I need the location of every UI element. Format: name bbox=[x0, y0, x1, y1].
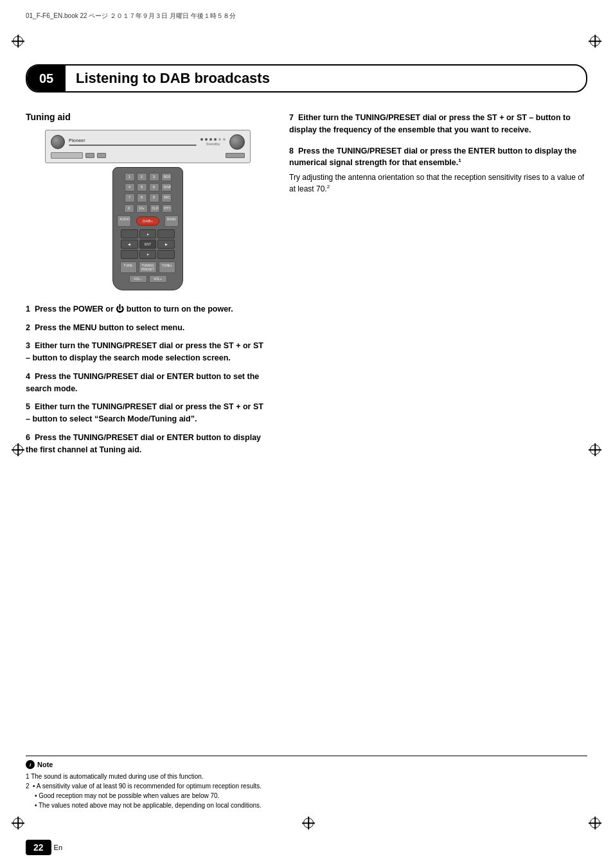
reg-mark-tr bbox=[589, 35, 601, 48]
remote-wrapper: 1 2 3 RDS 4 5 6 DISP bbox=[45, 167, 251, 290]
remote-btn-band: BAND bbox=[164, 215, 179, 227]
meta-text: 01_F-F6_EN.book 22 ページ ２０１７年９月３日 月曜日 午後１… bbox=[26, 12, 236, 21]
remote-nav-right bbox=[157, 240, 175, 249]
step-1: 1 Press the POWER or ⏻ button to turn on… bbox=[26, 303, 270, 315]
right-column: 7 Either turn the TUNING/PRESET dial or … bbox=[289, 112, 587, 462]
remote-btn-rds: RDS bbox=[161, 173, 172, 181]
note-icon: i bbox=[26, 760, 35, 769]
reg-mark-bml bbox=[302, 817, 315, 829]
page-container: 01_F-F6_EN.book 22 ページ ２０１７年９月３日 月曜日 午後１… bbox=[0, 6, 613, 868]
remote-nav-left bbox=[121, 240, 138, 249]
remote-btn-tune-plus: TUNE+ bbox=[159, 261, 175, 273]
panel-dots bbox=[200, 138, 226, 141]
meta-bar: 01_F-F6_EN.book 22 ページ ２０１７年９月３日 月曜日 午後１… bbox=[0, 6, 613, 26]
remote-nav-down bbox=[139, 250, 157, 259]
remote-btn-4: 4 bbox=[125, 183, 135, 191]
remote-nav-up-left bbox=[121, 229, 138, 238]
notes-section: i Note 1 The sound is automatically mute… bbox=[26, 756, 587, 810]
page-number: 22 bbox=[26, 840, 51, 855]
remote-btn-5: 5 bbox=[137, 183, 147, 191]
device-image: Pioneer bbox=[45, 130, 251, 290]
main-content: Tuning aid Pioneer bbox=[26, 112, 587, 462]
note-label: Note bbox=[37, 761, 53, 768]
remote-btn-vol-up: VOL+ bbox=[149, 275, 167, 283]
note-item-3: • Good reception may not be possible whe… bbox=[26, 791, 587, 801]
steps-left: 1 Press the POWER or ⏻ button to turn on… bbox=[26, 303, 270, 456]
remote-btn-extra: SRC bbox=[161, 193, 172, 202]
remote-btn-audio: AUDIO bbox=[117, 215, 131, 227]
step-8-note: Try adjusting the antenna orientation so… bbox=[289, 172, 587, 195]
remote-btn-7: 7 bbox=[125, 193, 135, 202]
remote-btn-clear: CLR bbox=[150, 204, 160, 213]
remote-btn-dab: DAB+ bbox=[136, 217, 159, 226]
remote-btn-vol-down: VOL– bbox=[129, 275, 147, 283]
step-8: 8 Press the TUNING/PRESET dial or press … bbox=[289, 145, 587, 195]
remote-nav: ENT bbox=[121, 229, 175, 259]
remote-nav-down-right bbox=[157, 250, 175, 259]
chapter-header: 05 Listening to DAB broadcasts bbox=[26, 64, 587, 93]
chapter-title: Listening to DAB broadcasts bbox=[66, 70, 270, 87]
remote-btn-3: 3 bbox=[149, 173, 159, 181]
reg-mark-mr bbox=[589, 443, 601, 456]
remote-btn-8: 8 bbox=[137, 193, 147, 202]
panel-knob-left bbox=[51, 135, 65, 149]
left-column: Tuning aid Pioneer bbox=[26, 112, 270, 462]
remote-btn-2: 2 bbox=[137, 173, 147, 181]
note-header: i Note bbox=[26, 760, 587, 769]
remote-btn-disp: DISP bbox=[161, 183, 172, 191]
step-7: 7 Either turn the TUNING/PRESET dial or … bbox=[289, 112, 587, 136]
remote-btn-0: 0 bbox=[124, 204, 134, 213]
reg-mark-bl bbox=[12, 817, 24, 829]
reg-mark-tl bbox=[12, 35, 24, 48]
remote-nav-up bbox=[139, 229, 157, 238]
remote-btn-10: 10+ bbox=[136, 204, 148, 213]
step-2: 2 Press the MENU button to select menu. bbox=[26, 322, 270, 334]
remote-nav-enter: ENT bbox=[139, 240, 157, 249]
step-6: 6 Press the TUNING/PRESET dial or ENTER … bbox=[26, 432, 270, 456]
note-item-1: 1 The sound is automatically muted durin… bbox=[26, 772, 587, 781]
step-3: 3 Either turn the TUNING/PRESET dial or … bbox=[26, 340, 270, 364]
remote-btn-6: 6 bbox=[149, 183, 159, 191]
front-panel: Pioneer bbox=[45, 130, 251, 163]
page-footer: 22 En bbox=[26, 840, 62, 855]
remote-btn-9: 9 bbox=[149, 193, 159, 202]
note-item-2: 2 • A sensitivity value of at least 90 i… bbox=[26, 781, 587, 791]
remote-btn-1: 1 bbox=[125, 173, 135, 181]
page-lang: En bbox=[54, 844, 62, 851]
panel-bottom bbox=[51, 152, 245, 159]
chapter-number: 05 bbox=[27, 66, 66, 91]
step-5: 5 Either turn the TUNING/PRESET dial or … bbox=[26, 401, 270, 425]
reg-mark-br bbox=[589, 817, 601, 829]
remote-btn-tune-minus: TUNE- bbox=[120, 261, 137, 273]
note-item-4: • The values noted above may not be appl… bbox=[26, 801, 587, 810]
remote-btn-tuning: TUNINGPRESET bbox=[139, 261, 157, 273]
panel-display bbox=[69, 145, 197, 146]
remote-btn-pty: PTY bbox=[162, 204, 172, 213]
remote-control: 1 2 3 RDS 4 5 6 DISP bbox=[112, 167, 183, 290]
panel-knob-right bbox=[229, 134, 245, 150]
section-heading: Tuning aid bbox=[26, 112, 270, 122]
step-4: 4 Press the TUNING/PRESET dial or ENTER … bbox=[26, 371, 270, 395]
remote-nav-down-left bbox=[121, 250, 138, 259]
remote-nav-up-right bbox=[157, 229, 175, 238]
reg-mark-ml bbox=[12, 443, 24, 456]
